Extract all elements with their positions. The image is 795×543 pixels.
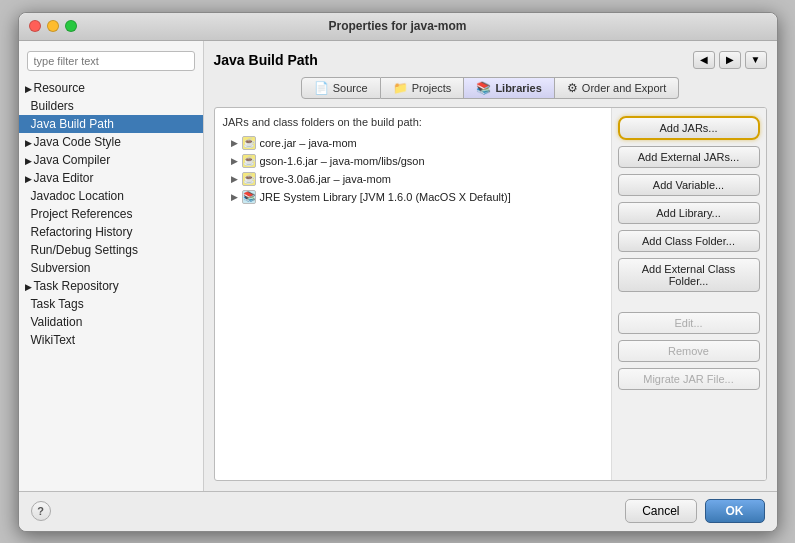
tree-item-label: gson-1.6.jar – java-mom/libs/gson — [260, 155, 425, 167]
add-library-button[interactable]: Add Library... — [618, 202, 760, 224]
sidebar-item-label: WikiText — [31, 333, 76, 347]
sidebar-item-builders[interactable]: Builders — [19, 97, 203, 115]
sidebar-item-label: Javadoc Location — [31, 189, 124, 203]
tab-label: Libraries — [495, 82, 541, 94]
sidebar-item-label: Validation — [31, 315, 83, 329]
tree-item-core-jar[interactable]: ▶☕core.jar – java-mom — [223, 134, 603, 152]
tab-icon: ⚙ — [567, 81, 578, 95]
tab-label: Source — [333, 82, 368, 94]
add-variable-button[interactable]: Add Variable... — [618, 174, 760, 196]
migrate-jar-button: Migrate JAR File... — [618, 368, 760, 390]
tree-arrow-icon: ▶ — [231, 156, 238, 166]
sidebar-item-label: Java Compiler — [34, 153, 111, 167]
tree-item-label: core.jar – java-mom — [260, 137, 357, 149]
tree-item-label: trove-3.0a6.jar – java-mom — [260, 173, 391, 185]
tabs-container: 📄Source📁Projects📚Libraries⚙Order and Exp… — [214, 77, 767, 99]
tab-label: Projects — [412, 82, 452, 94]
titlebar: Properties for java-mom — [19, 13, 777, 41]
arrow-icon: ▶ — [25, 282, 32, 292]
toolbar-icons: ◀ ▶ ▼ — [693, 51, 767, 69]
tree-item-jre-lib[interactable]: ▶📚JRE System Library [JVM 1.6.0 (MacOS X… — [223, 188, 603, 206]
sidebar-item-label: Refactoring History — [31, 225, 133, 239]
panel-title: Java Build Path — [214, 52, 318, 68]
maximize-button[interactable] — [65, 20, 77, 32]
sidebar-item-label: Java Editor — [34, 171, 94, 185]
tree-arrow-icon: ▶ — [231, 174, 238, 184]
sidebar-item-subversion[interactable]: Subversion — [19, 259, 203, 277]
main-panel: Java Build Path ◀ ▶ ▼ 📄Source📁Projects📚L… — [204, 41, 777, 491]
arrow-icon: ▶ — [25, 84, 32, 94]
remove-button: Remove — [618, 340, 760, 362]
help-button[interactable]: ? — [31, 501, 51, 521]
tab-source[interactable]: 📄Source — [301, 77, 381, 99]
add-jars-button[interactable]: Add JARs... — [618, 116, 760, 140]
build-panel: JARs and class folders on the build path… — [214, 107, 767, 481]
sidebar-item-label: Run/Debug Settings — [31, 243, 138, 257]
add-external-jars-button[interactable]: Add External JARs... — [618, 146, 760, 168]
sidebar-item-label: Java Build Path — [31, 117, 114, 131]
edit-button: Edit... — [618, 312, 760, 334]
close-button[interactable] — [29, 20, 41, 32]
sidebar-item-task-tags[interactable]: Task Tags — [19, 295, 203, 313]
tree-item-label: JRE System Library [JVM 1.6.0 (MacOS X D… — [260, 191, 511, 203]
sidebar-item-task-repository[interactable]: ▶Task Repository — [19, 277, 203, 295]
sidebar-item-label: Java Code Style — [34, 135, 121, 149]
arrow-icon: ▶ — [25, 138, 32, 148]
panel-header: Java Build Path ◀ ▶ ▼ — [214, 51, 767, 69]
traffic-lights — [29, 20, 77, 32]
tree-label: JARs and class folders on the build path… — [223, 116, 603, 128]
sidebar-item-wikitext[interactable]: WikiText — [19, 331, 203, 349]
sidebar-item-run-debug-settings[interactable]: Run/Debug Settings — [19, 241, 203, 259]
tree-item-gson-jar[interactable]: ▶☕gson-1.6.jar – java-mom/libs/gson — [223, 152, 603, 170]
tree-arrow-icon: ▶ — [231, 138, 238, 148]
tree-arrow-icon: ▶ — [231, 192, 238, 202]
sidebar-item-project-references[interactable]: Project References — [19, 205, 203, 223]
filter-box — [27, 51, 195, 71]
ok-button[interactable]: OK — [705, 499, 765, 523]
filter-input[interactable] — [27, 51, 195, 71]
item-icon: ☕ — [242, 136, 256, 150]
item-icon: ☕ — [242, 154, 256, 168]
arrow-icon: ▶ — [25, 156, 32, 166]
window-title: Properties for java-mom — [328, 19, 466, 33]
sidebar-item-label: Task Repository — [34, 279, 119, 293]
sidebar-item-label: Task Tags — [31, 297, 84, 311]
sidebar-item-java-compiler[interactable]: ▶Java Compiler — [19, 151, 203, 169]
sidebar-item-refactoring-history[interactable]: Refactoring History — [19, 223, 203, 241]
tab-icon: 📄 — [314, 81, 329, 95]
add-class-folder-button[interactable]: Add Class Folder... — [618, 230, 760, 252]
item-icon: 📚 — [242, 190, 256, 204]
tab-order-export[interactable]: ⚙Order and Export — [555, 77, 679, 99]
sidebar-item-javadoc-location[interactable]: Javadoc Location — [19, 187, 203, 205]
footer-left: ? — [31, 501, 51, 521]
sidebar-item-java-build-path[interactable]: Java Build Path — [19, 115, 203, 133]
button-spacer — [618, 298, 760, 306]
tree-area: JARs and class folders on the build path… — [215, 108, 611, 480]
sidebar-item-validation[interactable]: Validation — [19, 313, 203, 331]
tab-icon: 📚 — [476, 81, 491, 95]
add-external-class-folder-button[interactable]: Add External Class Folder... — [618, 258, 760, 292]
sidebar-item-label: Resource — [34, 81, 85, 95]
sidebar-item-java-code-style[interactable]: ▶Java Code Style — [19, 133, 203, 151]
back-button[interactable]: ◀ — [693, 51, 715, 69]
content-area: ▶ResourceBuildersJava Build Path▶Java Co… — [19, 41, 777, 491]
forward-button[interactable]: ▶ — [719, 51, 741, 69]
sidebar-item-resource[interactable]: ▶Resource — [19, 79, 203, 97]
menu-button[interactable]: ▼ — [745, 51, 767, 69]
tab-projects[interactable]: 📁Projects — [381, 77, 465, 99]
main-window: Properties for java-mom ▶ResourceBuilder… — [18, 12, 778, 532]
sidebar-item-label: Builders — [31, 99, 74, 113]
arrow-icon: ▶ — [25, 174, 32, 184]
buttons-area: Add JARs...Add External JARs...Add Varia… — [611, 108, 766, 480]
footer: ? Cancel OK — [19, 491, 777, 531]
tree-item-trove-jar[interactable]: ▶☕trove-3.0a6.jar – java-mom — [223, 170, 603, 188]
sidebar-item-label: Subversion — [31, 261, 91, 275]
sidebar-item-java-editor[interactable]: ▶Java Editor — [19, 169, 203, 187]
sidebar: ▶ResourceBuildersJava Build Path▶Java Co… — [19, 41, 204, 491]
sidebar-item-label: Project References — [31, 207, 133, 221]
item-icon: ☕ — [242, 172, 256, 186]
minimize-button[interactable] — [47, 20, 59, 32]
tab-libraries[interactable]: 📚Libraries — [464, 77, 554, 99]
cancel-button[interactable]: Cancel — [625, 499, 696, 523]
tab-icon: 📁 — [393, 81, 408, 95]
